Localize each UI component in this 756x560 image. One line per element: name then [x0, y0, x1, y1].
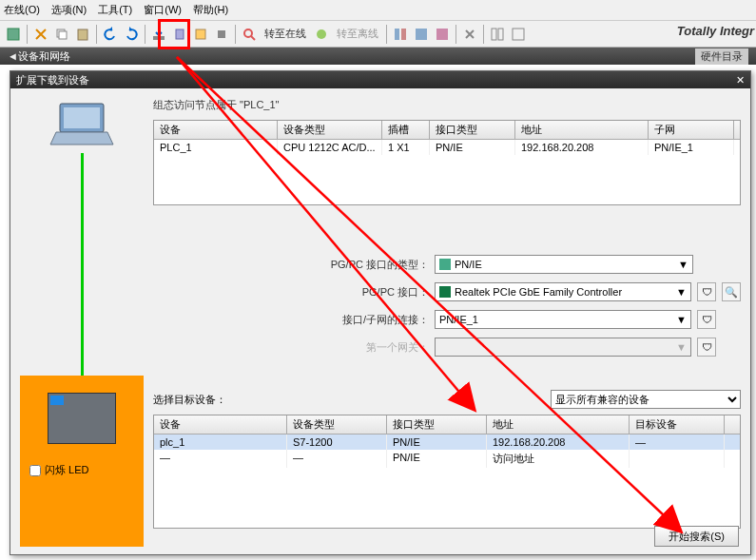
go-offline-label: 转至离线 — [333, 27, 382, 41]
pgpc-if-label: PG/PC 接口： — [153, 285, 429, 299]
start-search-button[interactable]: 开始搜索(S) — [654, 526, 739, 547]
pnie-icon — [439, 259, 451, 270]
tab-catalog[interactable]: 硬件目录 — [695, 48, 748, 65]
dialog-title: 扩展下载到设备 — [16, 73, 89, 87]
props3-icon[interactable]: 🛡 — [697, 338, 716, 357]
pgpc-type-select[interactable]: PN/IE▼ — [435, 255, 693, 274]
menu-help[interactable]: 帮助(H) — [193, 3, 228, 17]
nic-icon — [439, 286, 451, 298]
menu-options[interactable]: 选项(N) — [51, 3, 87, 17]
laptop-icon — [44, 96, 120, 153]
svg-rect-17 — [513, 29, 524, 40]
download-dialog: 扩展下载到设备 ✕ 闪烁 LED 组态访问节点属于 "PLC_1" 设备 设备类 — [10, 70, 751, 555]
th2-iftype: 接口类型 — [387, 415, 487, 434]
view2-icon[interactable] — [412, 25, 431, 44]
pgpc-type-label: PG/PC 接口的类型： — [153, 258, 429, 272]
undo-icon[interactable] — [101, 25, 120, 44]
subnet-label: 接口/子网的连接： — [153, 313, 429, 327]
delete-icon[interactable] — [460, 25, 479, 44]
svg-point-8 — [244, 29, 252, 37]
svg-rect-6 — [196, 29, 205, 39]
config-nodes-label: 组态访问节点属于 "PLC_1" — [153, 96, 741, 114]
flash-led-checkbox[interactable]: 闪烁 LED — [20, 463, 88, 477]
menu-tools[interactable]: 工具(T) — [98, 3, 132, 17]
th-subnet: 子网 — [649, 121, 734, 139]
highlight-box — [158, 19, 190, 49]
device-box: 闪烁 LED — [20, 376, 144, 547]
th2-device: 设备 — [154, 415, 287, 434]
pgpc-if-select[interactable]: Realtek PCIe GbE Family Controller▼ — [435, 282, 691, 301]
table-row[interactable]: plc_1 S7-1200 PN/IE 192.168.20.208 — — [154, 434, 740, 450]
svg-rect-3 — [78, 29, 87, 40]
redo-icon[interactable] — [122, 25, 141, 44]
go-online-icon[interactable] — [312, 25, 331, 44]
menu-online[interactable]: 在线(O) — [4, 3, 40, 17]
tab-devices-networks[interactable]: 设备和网络 — [18, 49, 70, 64]
svg-rect-13 — [416, 29, 427, 40]
menu-bar: 在线(O) 选项(N) 工具(T) 窗口(W) 帮助(H) — [0, 0, 756, 21]
copy-icon[interactable] — [52, 25, 71, 44]
svg-rect-7 — [218, 30, 225, 38]
stop-icon[interactable] — [212, 25, 231, 44]
paste-icon[interactable] — [73, 25, 92, 44]
svg-point-10 — [317, 29, 326, 39]
view3-icon[interactable] — [433, 25, 452, 44]
th-type: 设备类型 — [278, 121, 382, 139]
menu-window[interactable]: 窗口(W) — [144, 3, 182, 17]
tab-bar: ◄ 设备和网络 硬件目录 — [0, 48, 756, 65]
th-addr: 地址 — [515, 121, 649, 139]
gateway-label: 第一个网关： — [153, 340, 429, 355]
gateway-select: ▼ — [435, 338, 691, 357]
go-online-label[interactable]: 转至在线 — [261, 27, 310, 41]
table-row[interactable]: PLC_1 CPU 1212C AC/D... 1 X1 PN/IE 192.1… — [154, 140, 740, 155]
layout2-icon[interactable] — [509, 25, 528, 44]
th-slot: 插槽 — [382, 121, 430, 139]
flash-led-input[interactable] — [29, 465, 41, 476]
svg-line-9 — [251, 36, 255, 40]
svg-rect-15 — [492, 29, 496, 40]
show-devices-select[interactable]: 显示所有兼容的设备 — [551, 390, 741, 409]
th2-addr: 地址 — [487, 415, 630, 434]
connection-line — [81, 153, 84, 376]
plc-icon — [48, 393, 116, 444]
subnet-select[interactable]: PN/IE_1▼ — [435, 310, 691, 329]
th-device: 设备 — [154, 121, 278, 139]
th2-type: 设备类型 — [287, 415, 387, 434]
th2-target: 目标设备 — [630, 415, 725, 434]
search-icon[interactable] — [240, 25, 259, 44]
svg-rect-14 — [436, 29, 448, 40]
svg-rect-11 — [395, 29, 399, 40]
props2-icon[interactable]: 🛡 — [697, 310, 716, 329]
save-icon[interactable] — [4, 25, 23, 44]
cut-icon[interactable] — [31, 25, 50, 44]
diag-icon[interactable]: 🔍 — [722, 282, 741, 301]
layout1-icon[interactable] — [488, 25, 507, 44]
select-device-label: 选择目标设备： — [153, 393, 226, 407]
config-nodes-table: 设备 设备类型 插槽 接口类型 地址 子网 PLC_1 CPU 1212C AC… — [153, 120, 741, 205]
close-icon[interactable]: ✕ — [736, 74, 745, 87]
svg-rect-12 — [401, 29, 406, 40]
target-devices-table: 设备 设备类型 接口类型 地址 目标设备 plc_1 S7-1200 PN/IE… — [153, 415, 741, 529]
th-iftype: 接口类型 — [430, 121, 515, 139]
table-row[interactable]: — — PN/IE 访问地址 — [154, 450, 740, 468]
toolbar: 转至在线 转至离线 Totally Integr — [0, 21, 756, 48]
svg-rect-16 — [498, 29, 503, 40]
brand-text: Totally Integr — [677, 24, 754, 38]
svg-rect-19 — [64, 107, 100, 128]
sim-icon[interactable] — [191, 25, 210, 44]
dialog-titlebar: 扩展下载到设备 ✕ — [10, 71, 750, 88]
svg-rect-2 — [59, 31, 67, 39]
topology-panel: 闪烁 LED — [20, 96, 144, 547]
svg-rect-0 — [8, 29, 19, 40]
view1-icon[interactable] — [391, 25, 410, 44]
props-icon[interactable]: 🛡 — [697, 282, 716, 301]
